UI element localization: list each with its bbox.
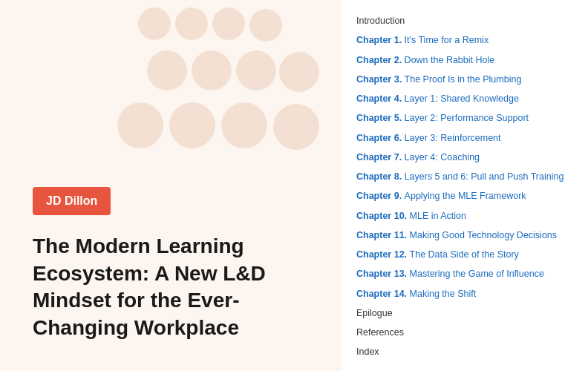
book-title: The Modern Learning Ecosystem: A New L&D…	[33, 233, 285, 341]
toc-chapter-link[interactable]: Chapter 6. Layer 3: Reinforcement	[356, 133, 501, 143]
chapter-number: Chapter 1.	[356, 35, 405, 45]
dot	[169, 102, 215, 148]
table-of-contents: IntroductionChapter 1. It's Time for a R…	[342, 0, 588, 371]
chapter-number: Chapter 4.	[356, 93, 405, 104]
toc-plain-item: Introduction	[356, 16, 405, 26]
toc-plain-item: References	[356, 327, 404, 338]
author-badge: JD Dillon	[33, 187, 111, 215]
chapter-title: Layer 4: Coaching	[405, 152, 480, 162]
chapter-title: Mastering the Game of Influence	[410, 269, 544, 279]
chapter-title: Layer 1: Shared Knowledge	[405, 93, 519, 104]
dot	[117, 102, 163, 148]
chapter-title: Down the Rabbit Hole	[405, 55, 495, 65]
toc-item[interactable]: Chapter 8. Layers 5 and 6: Pull and Push…	[356, 171, 573, 183]
chapter-number: Chapter 7.	[356, 152, 405, 162]
toc-chapter-link[interactable]: Chapter 2. Down the Rabbit Hole	[356, 55, 494, 65]
chapter-number: Chapter 13.	[356, 269, 410, 279]
toc-item[interactable]: Chapter 13. Mastering the Game of Influe…	[356, 268, 573, 280]
toc-item[interactable]: Chapter 11. Making Good Technology Decis…	[356, 229, 573, 241]
toc-chapter-link[interactable]: Chapter 1. It's Time for a Remix	[356, 35, 489, 45]
toc-chapter-link[interactable]: Chapter 11. Making Good Technology Decis…	[356, 230, 557, 240]
chapter-number: Chapter 2.	[356, 55, 405, 65]
chapter-number: Chapter 8.	[356, 171, 405, 182]
chapter-title: MLE in Action	[410, 211, 466, 221]
toc-item[interactable]: Chapter 12. The Data Side of the Story	[356, 249, 573, 260]
decorative-dots	[104, 0, 342, 193]
left-panel: JD Dillon The Modern Learning Ecosystem:…	[0, 0, 342, 371]
chapter-title: Making the Shift	[410, 289, 477, 299]
chapter-number: Chapter 9.	[356, 191, 405, 201]
dot	[138, 7, 171, 40]
dot	[273, 104, 319, 150]
toc-item[interactable]: Epilogue	[356, 307, 573, 319]
chapter-number: Chapter 3.	[356, 74, 405, 85]
chapter-number: Chapter 10.	[356, 211, 410, 221]
dot	[175, 7, 208, 40]
chapter-title: Layer 2: Performance Support	[405, 113, 529, 123]
toc-chapter-link[interactable]: Chapter 14. Making the Shift	[356, 289, 476, 299]
chapter-title: The Proof Is in the Plumbing	[405, 74, 522, 85]
chapter-number: Chapter 11.	[356, 230, 410, 240]
toc-chapter-link[interactable]: Chapter 13. Mastering the Game of Influe…	[356, 269, 544, 279]
dot	[279, 52, 319, 92]
chapter-title: Making Good Technology Decisions	[410, 230, 558, 240]
toc-plain-item: Epilogue	[356, 308, 393, 318]
chapter-number: Chapter 12.	[356, 249, 410, 260]
dot	[221, 102, 267, 148]
toc-chapter-link[interactable]: Chapter 3. The Proof Is in the Plumbing	[356, 74, 521, 85]
toc-item[interactable]: Index	[356, 346, 573, 358]
toc-item[interactable]: Chapter 14. Making the Shift	[356, 288, 573, 300]
toc-chapter-link[interactable]: Chapter 5. Layer 2: Performance Support	[356, 113, 529, 123]
toc-chapter-link[interactable]: Chapter 9. Applying the MLE Framework	[356, 191, 526, 201]
chapter-number: Chapter 5.	[356, 113, 405, 123]
chapter-title: Layer 3: Reinforcement	[405, 133, 501, 143]
toc-item[interactable]: Chapter 9. Applying the MLE Framework	[356, 190, 573, 202]
dot	[192, 50, 232, 91]
toc-item[interactable]: Chapter 4. Layer 1: Shared Knowledge	[356, 93, 573, 105]
toc-item[interactable]: Chapter 3. The Proof Is in the Plumbing	[356, 73, 573, 85]
dot	[147, 50, 187, 91]
chapter-number: Chapter 14.	[356, 289, 410, 299]
toc-chapter-link[interactable]: Chapter 4. Layer 1: Shared Knowledge	[356, 93, 519, 104]
dot	[249, 9, 282, 42]
toc-item[interactable]: References	[356, 326, 573, 338]
dot	[212, 7, 245, 40]
dot	[236, 50, 276, 91]
toc-item[interactable]: Chapter 7. Layer 4: Coaching	[356, 151, 573, 163]
toc-chapter-link[interactable]: Chapter 10. MLE in Action	[356, 211, 466, 221]
chapter-title: The Data Side of the Story	[410, 249, 519, 260]
toc-item[interactable]: Chapter 10. MLE in Action	[356, 210, 573, 222]
chapter-number: Chapter 6.	[356, 133, 405, 143]
toc-chapter-link[interactable]: Chapter 12. The Data Side of the Story	[356, 249, 519, 260]
chapter-title: Applying the MLE Framework	[405, 191, 526, 201]
toc-item[interactable]: Chapter 6. Layer 3: Reinforcement	[356, 132, 573, 144]
toc-chapter-link[interactable]: Chapter 7. Layer 4: Coaching	[356, 152, 480, 162]
toc-item[interactable]: Chapter 5. Layer 2: Performance Support	[356, 112, 573, 124]
toc-plain-item: Index	[356, 347, 379, 357]
toc-chapter-link[interactable]: Chapter 8. Layers 5 and 6: Pull and Push…	[356, 171, 564, 182]
toc-item[interactable]: Chapter 2. Down the Rabbit Hole	[356, 54, 573, 66]
toc-item[interactable]: Chapter 1. It's Time for a Remix	[356, 34, 573, 46]
chapter-title: It's Time for a Remix	[405, 35, 489, 45]
chapter-title: Layers 5 and 6: Pull and Push Training	[405, 171, 564, 182]
toc-item[interactable]: Introduction	[356, 15, 573, 27]
